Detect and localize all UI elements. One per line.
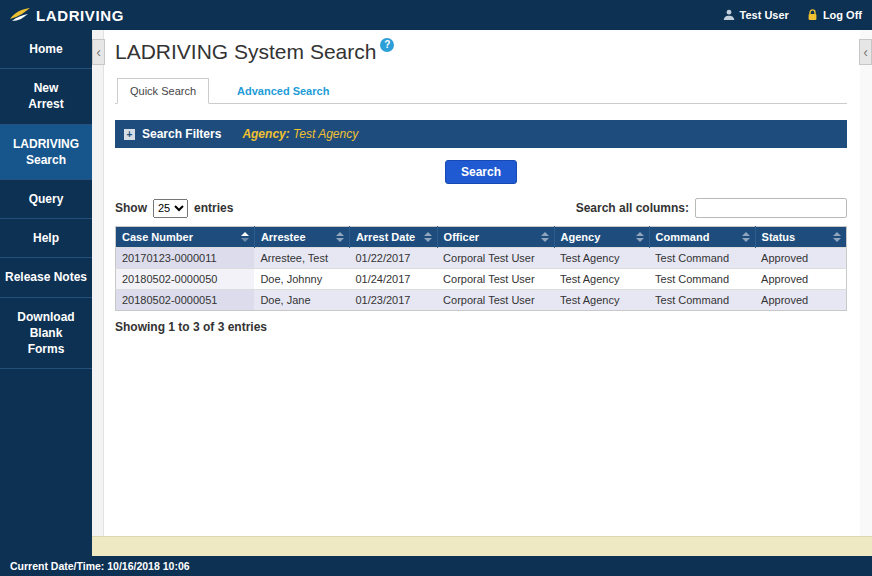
table-row[interactable]: 20170123-0000011 Arrestee, Test 01/22/20… — [116, 248, 847, 269]
sort-arrows-icon — [636, 232, 644, 242]
wing-logo-icon — [10, 8, 30, 22]
sidebar-item-help[interactable]: Help — [0, 219, 92, 258]
brand-logo[interactable]: LADRIVING — [10, 7, 124, 24]
search-all-control: Search all columns: — [576, 198, 847, 218]
collapse-right-panel-button[interactable]: ‹ — [859, 39, 872, 65]
sidebar-item-release-notes[interactable]: Release Notes — [0, 258, 92, 297]
length-control: Show 25 entries — [115, 199, 233, 218]
search-filters-bar: + Search Filters Agency: Test Agency — [115, 120, 847, 148]
column-header-case-number[interactable]: Case Number — [116, 227, 255, 248]
sort-arrows-icon — [336, 232, 344, 242]
log-off-label: Log Off — [823, 9, 862, 21]
sidebar-item-home[interactable]: Home — [0, 30, 92, 69]
collapse-sidebar-button[interactable]: ‹ — [92, 39, 105, 65]
cell-arrestee: Arrestee, Test — [254, 248, 349, 269]
search-button[interactable]: Search — [445, 160, 517, 184]
top-bar-right: Test User Log Off — [723, 9, 862, 21]
search-filters-label: Search Filters — [142, 127, 221, 141]
page-title: LADRIVING System Search — [115, 40, 376, 64]
brand-title: LADRIVING — [36, 7, 124, 24]
column-header-status[interactable]: Status — [755, 227, 846, 248]
top-bar: LADRIVING Test User L — [0, 0, 872, 30]
cell-arrest-date: 01/24/2017 — [349, 269, 437, 290]
cell-arrestee: Doe, Jane — [254, 290, 349, 311]
padlock-icon — [807, 9, 818, 21]
cell-agency: Test Agency — [554, 248, 649, 269]
show-label: Show — [115, 201, 147, 215]
column-header-agency[interactable]: Agency — [554, 227, 649, 248]
table-header-row: Case Number Arrestee Arrest Date Of — [116, 227, 847, 248]
cell-command: Test Command — [649, 248, 755, 269]
sidebar-item-download-blank-forms[interactable]: Download Blank Forms — [0, 298, 92, 370]
cell-arrest-date: 01/23/2017 — [349, 290, 437, 311]
cell-arrestee: Doe, Johnny — [254, 269, 349, 290]
column-header-command[interactable]: Command — [649, 227, 755, 248]
title-row: LADRIVING System Search ? — [115, 40, 847, 64]
cell-officer: Corporal Test User — [437, 290, 554, 311]
agency-filter-summary: Agency: Test Agency — [242, 127, 358, 141]
cell-case-number: 20170123-0000011 — [116, 248, 255, 269]
footer-bar: Current Date/Time: 10/16/2018 10:06 — [0, 556, 872, 576]
sidebar-item-new-arrest[interactable]: New Arrest — [0, 69, 92, 124]
sort-arrows-icon — [541, 232, 549, 242]
tab-advanced-search[interactable]: Advanced Search — [233, 79, 333, 103]
sidebar-splitter — [92, 30, 104, 536]
cell-status: Approved — [755, 248, 846, 269]
user-name-label: Test User — [740, 9, 789, 21]
log-off-button[interactable]: Log Off — [807, 9, 862, 21]
tab-quick-search[interactable]: Quick Search — [117, 78, 209, 104]
column-header-arrest-date[interactable]: Arrest Date — [349, 227, 437, 248]
search-page-content: LADRIVING System Search ? Quick Search A… — [105, 30, 859, 536]
sort-arrows-icon — [742, 232, 750, 242]
showing-entries-text: Showing 1 to 3 of 3 entries — [115, 320, 847, 334]
entries-select[interactable]: 25 — [153, 199, 188, 218]
cell-officer: Corporal Test User — [437, 248, 554, 269]
search-all-input[interactable] — [695, 198, 847, 218]
sidebar-item-query[interactable]: Query — [0, 180, 92, 219]
cell-agency: Test Agency — [554, 269, 649, 290]
column-header-arrestee[interactable]: Arrestee — [254, 227, 349, 248]
search-tabs: Quick Search Advanced Search — [115, 78, 847, 104]
ladriving-app-window: LADRIVING Test User L — [0, 0, 872, 576]
cell-command: Test Command — [649, 269, 755, 290]
entries-label: entries — [194, 201, 233, 215]
cell-command: Test Command — [649, 290, 755, 311]
cell-arrest-date: 01/22/2017 — [349, 248, 437, 269]
bottom-accent-strip — [92, 536, 872, 556]
agency-filter-label: Agency: — [242, 127, 289, 141]
column-header-officer[interactable]: Officer — [437, 227, 554, 248]
table-row[interactable]: 20180502-0000051 Doe, Jane 01/23/2017 Co… — [116, 290, 847, 311]
results-table: Case Number Arrestee Arrest Date Of — [115, 226, 847, 311]
expand-filters-icon[interactable]: + — [124, 129, 135, 140]
person-icon — [723, 9, 735, 21]
cell-status: Approved — [755, 290, 846, 311]
cell-officer: Corporal Test User — [437, 269, 554, 290]
help-icon[interactable]: ? — [380, 38, 394, 52]
search-all-label: Search all columns: — [576, 201, 689, 215]
user-menu[interactable]: Test User — [723, 9, 789, 21]
cell-case-number: 20180502-0000050 — [116, 269, 255, 290]
cell-case-number: 20180502-0000051 — [116, 290, 255, 311]
agency-filter-value: Test Agency — [293, 127, 358, 141]
table-controls: Show 25 entries Search all columns: — [115, 198, 847, 218]
right-splitter — [860, 30, 872, 536]
sidebar-nav: Home New Arrest LADRIVING Search Query H… — [0, 30, 92, 556]
main-panel: ‹ ‹ LADRIVING System Search ? Quick Sear… — [92, 30, 872, 536]
table-row[interactable]: 20180502-0000050 Doe, Johnny 01/24/2017 … — [116, 269, 847, 290]
sidebar-item-ladriving-search[interactable]: LADRIVING Search — [0, 125, 92, 180]
search-button-row: Search — [115, 160, 847, 184]
sort-arrows-icon — [241, 232, 249, 242]
sort-arrows-icon — [424, 232, 432, 242]
current-datetime-text: Current Date/Time: 10/16/2018 10:06 — [10, 560, 190, 572]
cell-status: Approved — [755, 269, 846, 290]
cell-agency: Test Agency — [554, 290, 649, 311]
sort-arrows-icon — [833, 232, 841, 242]
